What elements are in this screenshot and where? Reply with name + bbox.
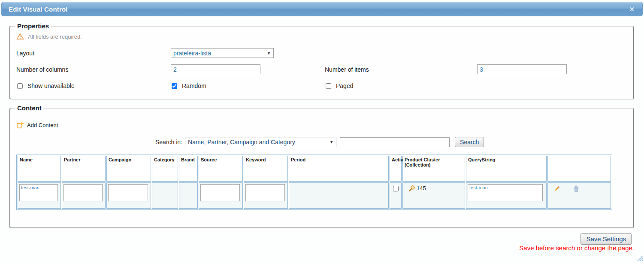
properties-panel: Properties All fields are required. Layo…	[9, 22, 634, 100]
col-header-keyword: Keyword	[244, 156, 288, 182]
col-header-period: Period	[289, 156, 389, 182]
paged-label: Paged	[336, 82, 353, 89]
layout-label: Layout	[16, 50, 171, 57]
save-settings-button[interactable]: Save Settings	[581, 233, 632, 245]
col-header-querystring: QueryString	[466, 156, 547, 182]
col-header-brand: Brand	[179, 156, 198, 182]
dialog-title: Edit Visual Control	[9, 6, 68, 13]
row-category-cell	[152, 182, 178, 209]
add-content-button[interactable]: Add Content	[16, 121, 627, 129]
show-unavailable-checkbox[interactable]	[17, 83, 23, 89]
items-input[interactable]	[477, 64, 567, 74]
edit-pencil-icon[interactable]	[553, 185, 560, 193]
resize-handle[interactable]	[636, 255, 643, 263]
columns-input[interactable]	[171, 64, 260, 74]
add-content-icon	[16, 121, 24, 129]
table-header-row: Name Partner Campaign Category Brand Sou…	[18, 156, 611, 182]
col-header-name: Name	[18, 156, 61, 182]
search-filter-select[interactable]: Name, Partner, Campaign and Category	[185, 137, 336, 147]
columns-label: Number of columns	[16, 66, 171, 73]
col-header-active: Activ	[390, 156, 402, 182]
dialog-titlebar: Edit Visual Control ✕	[1, 2, 643, 16]
required-note: All fields are required.	[28, 33, 82, 40]
row-brand-cell	[179, 182, 198, 209]
search-button[interactable]: Search	[455, 137, 484, 147]
row-active-checkbox[interactable]	[393, 186, 399, 191]
row-keyword-input[interactable]	[245, 184, 285, 201]
search-in-label: Search in:	[155, 139, 182, 146]
row-campaign-input[interactable]	[108, 184, 148, 201]
row-querystring-input[interactable]: test-mari	[468, 184, 543, 201]
row-partner-input[interactable]	[63, 184, 103, 201]
row-period-cell	[289, 182, 389, 209]
magnifier-icon[interactable]	[408, 185, 415, 192]
random-checkbox[interactable]	[172, 83, 177, 89]
close-icon[interactable]: ✕	[629, 6, 635, 12]
show-unavailable-label: Show unavailable	[27, 82, 75, 89]
col-header-campaign: Campaign	[106, 156, 151, 182]
content-panel: Content Add Content Search in: Name, Par…	[9, 104, 634, 228]
row-name-input[interactable]: test-mari	[19, 184, 58, 201]
col-header-category: Category	[152, 156, 178, 182]
delete-trash-icon[interactable]	[573, 185, 580, 193]
content-legend: Content	[15, 104, 43, 112]
warning-icon	[16, 33, 24, 40]
table-row: test-mari	[18, 182, 611, 209]
product-cluster-id: 145	[417, 185, 426, 191]
random-label: Ramdom	[182, 82, 206, 89]
paged-checkbox[interactable]	[326, 83, 331, 89]
row-source-input[interactable]	[200, 184, 240, 201]
content-table: Name Partner Campaign Category Brand Sou…	[16, 155, 612, 210]
add-content-label: Add Content	[27, 122, 58, 128]
layout-select[interactable]: prateleira-lista	[171, 48, 274, 58]
items-label: Number of items	[325, 66, 477, 73]
properties-legend: Properties	[15, 22, 51, 30]
save-warning-text: Save before search or change the page.	[519, 244, 634, 252]
col-header-source: Source	[199, 156, 243, 182]
required-note-row: All fields are required.	[16, 33, 627, 40]
col-header-partner: Partner	[62, 156, 106, 182]
col-header-actions	[547, 156, 611, 182]
col-header-product-cluster: Product Cluster (Collection)	[402, 156, 465, 182]
search-input[interactable]	[340, 137, 450, 147]
